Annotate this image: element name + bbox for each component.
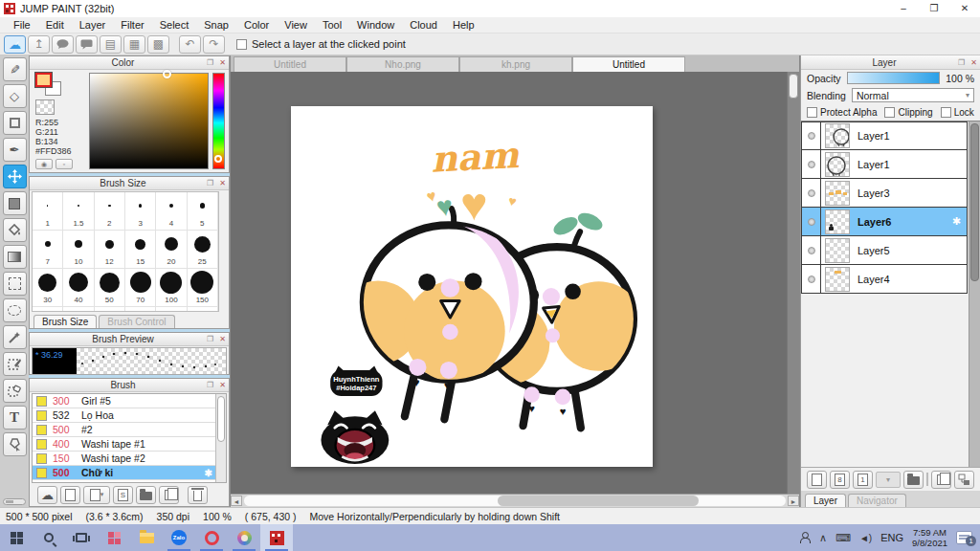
- layer-row[interactable]: Layer3: [801, 179, 968, 208]
- menu-cloud[interactable]: Cloud: [402, 19, 445, 31]
- brush-size-option[interactable]: [188, 307, 218, 312]
- brush-item[interactable]: 532Lọ Hoa: [33, 408, 226, 423]
- brush-size-option[interactable]: 100: [156, 269, 187, 307]
- brush-size-option[interactable]: [95, 307, 125, 312]
- doc-tab-kh-png[interactable]: kh.png: [459, 56, 572, 72]
- color-options-button[interactable]: ▫: [56, 159, 73, 169]
- brush-cloud-download-button[interactable]: ☁: [37, 486, 57, 504]
- layer-list-scrollbar[interactable]: [969, 121, 980, 467]
- grid-edit-button[interactable]: ▩: [147, 35, 169, 54]
- brush-size-option[interactable]: 70: [125, 269, 156, 307]
- blending-select[interactable]: Normal ▾: [852, 88, 974, 102]
- brush-size-option[interactable]: 15: [125, 231, 156, 269]
- clipping-checkbox[interactable]: [884, 107, 895, 118]
- menu-snap[interactable]: Snap: [196, 19, 236, 31]
- brush-item[interactable]: 300Girl #5: [33, 394, 226, 408]
- merge-layer-button[interactable]: [954, 471, 974, 489]
- brush-panel-close-icon[interactable]: ✕: [216, 381, 229, 389]
- layer-row[interactable]: Layer1: [801, 121, 968, 150]
- toolstrip-slider[interactable]: [3, 498, 26, 505]
- layer-visibility-toggle[interactable]: [802, 179, 821, 207]
- sv-marker[interactable]: [163, 70, 171, 78]
- select-layer-checkbox[interactable]: [236, 39, 247, 50]
- brush-panel-popout-icon[interactable]: ❐: [204, 381, 216, 389]
- layer-row[interactable]: Layer4: [801, 265, 968, 294]
- brush-delete-button[interactable]: [188, 486, 208, 504]
- magic-wand-tool[interactable]: [3, 325, 27, 349]
- curve-pen-tool[interactable]: ✒: [3, 138, 27, 162]
- taskbar-paint-app[interactable]: [228, 524, 260, 551]
- canvas[interactable]: nam ♥ ♥ ♥: [291, 106, 653, 467]
- brush-folder-button[interactable]: [136, 486, 156, 504]
- hue-slider[interactable]: [212, 73, 225, 169]
- document-button[interactable]: ▤: [100, 35, 122, 54]
- doc-tab-untitled-active[interactable]: Untitled: [572, 56, 685, 72]
- panel-settings-button[interactable]: ▦: [123, 35, 145, 54]
- menu-tool[interactable]: Tool: [315, 19, 349, 31]
- add-8bit-layer-button[interactable]: 8: [830, 471, 850, 489]
- brush-preview-popout-icon[interactable]: ❐: [204, 335, 216, 343]
- duplicate-layer-button[interactable]: [931, 471, 951, 489]
- menu-layer[interactable]: Layer: [72, 19, 114, 31]
- doc-tab-untitled-1[interactable]: Untitled: [234, 56, 346, 72]
- brush-size-popout-icon[interactable]: ❐: [204, 179, 216, 187]
- brush-size-option[interactable]: 25: [188, 231, 218, 269]
- task-view-button[interactable]: [65, 524, 98, 551]
- brush-size-option[interactable]: 3: [125, 192, 156, 231]
- taskbar-zalo[interactable]: Zalo: [163, 524, 195, 551]
- brush-size-option[interactable]: 7: [33, 231, 63, 269]
- speaker-icon[interactable]: ◄): [859, 533, 872, 543]
- brush-item[interactable]: 400Washi tape #1: [33, 437, 226, 452]
- layer-panel-close-icon[interactable]: ✕: [968, 58, 980, 67]
- fill-shape-tool[interactable]: [3, 191, 27, 215]
- brush-size-option[interactable]: [33, 307, 63, 312]
- tab-navigator[interactable]: Navigator: [848, 494, 906, 507]
- brush-size-option[interactable]: 30: [33, 269, 63, 307]
- menu-window[interactable]: Window: [349, 19, 402, 31]
- language-indicator[interactable]: ENG: [880, 532, 903, 543]
- brush-size-option[interactable]: [125, 307, 156, 312]
- taskbar-app-mail[interactable]: [98, 524, 130, 551]
- brush-size-option[interactable]: 2: [95, 192, 125, 231]
- canvas-horizontal-scrollbar[interactable]: ◄ ►: [231, 494, 799, 507]
- rect-select-tool[interactable]: [3, 272, 27, 296]
- comment-rect-button[interactable]: [76, 35, 98, 54]
- add-layer-button[interactable]: [807, 471, 827, 489]
- brush-preview-close-icon[interactable]: ✕: [216, 335, 229, 343]
- hue-marker[interactable]: [214, 155, 222, 163]
- brush-duplicate-button[interactable]: [159, 486, 179, 504]
- saturation-value-picker[interactable]: [89, 73, 209, 169]
- layer-visibility-toggle[interactable]: [802, 236, 821, 264]
- lasso-tool[interactable]: [3, 298, 27, 322]
- clipping-toggle[interactable]: Clipping: [884, 107, 932, 118]
- scroll-right-icon[interactable]: ►: [788, 496, 799, 506]
- taskbar-opera[interactable]: [195, 524, 228, 551]
- menu-help[interactable]: Help: [445, 19, 482, 31]
- undo-button[interactable]: ↶: [179, 35, 201, 54]
- brush-item[interactable]: 500#2: [33, 423, 226, 437]
- brush-size-option[interactable]: 50: [95, 269, 125, 307]
- menu-color[interactable]: Color: [236, 19, 277, 31]
- protect-alpha-checkbox[interactable]: [807, 107, 817, 118]
- keyboard-icon[interactable]: ⌨: [835, 532, 851, 544]
- color-panel-popout-icon[interactable]: ❐: [204, 58, 216, 67]
- menu-select[interactable]: Select: [152, 19, 197, 31]
- select-pen-tool[interactable]: [3, 352, 27, 376]
- brush-size-option[interactable]: 5: [188, 192, 218, 231]
- clock[interactable]: 7:59 AM 9/8/2021: [912, 527, 947, 548]
- doc-tab-nho-png[interactable]: Nho.png: [346, 56, 459, 72]
- redo-button[interactable]: ↷: [203, 35, 225, 54]
- brush-size-option[interactable]: 1: [33, 192, 63, 231]
- protect-alpha-toggle[interactable]: Protect Alpha: [807, 107, 877, 118]
- select-eraser-tool[interactable]: [3, 379, 27, 403]
- layer-settings-gear-icon[interactable]: ✱: [952, 215, 961, 228]
- brush-size-close-icon[interactable]: ✕: [216, 179, 229, 187]
- cloud-sync-button[interactable]: ☁: [4, 35, 26, 54]
- brush-new-button[interactable]: [60, 486, 80, 504]
- brush-size-option[interactable]: 12: [95, 231, 125, 269]
- brush-tool[interactable]: ✎: [3, 57, 27, 81]
- eraser-tool[interactable]: ◇: [3, 84, 27, 108]
- tab-layer[interactable]: Layer: [805, 494, 846, 507]
- canvas-viewport[interactable]: nam ♥ ♥ ♥: [231, 72, 799, 494]
- brush-size-option[interactable]: [63, 307, 94, 312]
